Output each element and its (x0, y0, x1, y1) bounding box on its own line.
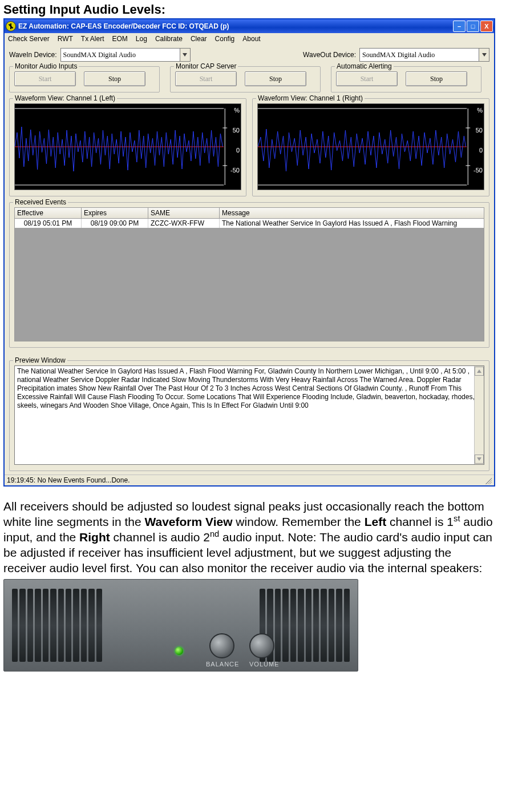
monitor-cap-stop-button[interactable]: Stop (245, 71, 306, 86)
monitor-cap-server-panel: Monitor CAP Server Start Stop (170, 66, 321, 93)
monitor-inputs-start-button[interactable]: Start (14, 71, 76, 86)
col-same[interactable]: SAME (148, 208, 220, 218)
chevron-down-icon (482, 53, 487, 57)
close-icon: X (484, 23, 488, 30)
preview-window-panel: Preview Window The National Weather Serv… (9, 360, 489, 471)
preview-text: The National Weather Service In Gaylord … (17, 367, 475, 409)
cell-expires: 08/19 09:00 PM (82, 219, 148, 228)
monitor-audio-inputs-legend: Monitor Audio Inputs (13, 62, 79, 70)
chevron-down-icon (183, 53, 187, 57)
menu-config[interactable]: Config (215, 35, 235, 43)
monitor-cap-server-legend: Monitor CAP Server (174, 62, 238, 70)
monitor-cap-start-button[interactable]: Start (175, 71, 237, 86)
waveout-dropdown-button[interactable] (479, 48, 489, 62)
waveform-left-panel: Waveform View: Channel 1 (Left) (9, 98, 246, 196)
status-text: 19:19:45: No New Events Found...Done. (7, 476, 129, 484)
waveform-left-display: % 50 0 -50 (14, 103, 241, 190)
wavein-combo[interactable] (60, 48, 180, 62)
cell-message: The National Weather Service In Gaylord … (220, 219, 484, 228)
titlebar[interactable]: EZ Automation: CAP-EAS Encoder/Decoder F… (5, 19, 494, 33)
wave-scale-pct: % (477, 107, 483, 114)
page-heading: Setting Input Audio Levels: (3, 2, 511, 17)
wave-scale-p50: 50 (476, 127, 483, 134)
waveform-right-panel: Waveform View: Channel 1 (Right) (252, 98, 489, 196)
wavein-dropdown-button[interactable] (180, 48, 191, 62)
close-button[interactable]: X (480, 21, 493, 32)
menubar: Check Server RWT Tx Alert EOM Log Calibr… (5, 33, 494, 45)
svg-marker-14 (477, 369, 481, 373)
preview-textarea[interactable]: The National Weather Service In Gaylord … (14, 365, 484, 465)
statusbar: 19:19:45: No New Events Found...Done. (5, 475, 494, 485)
power-led-icon (175, 647, 183, 655)
speaker-hardware-image: BALANCE VOLUME (3, 579, 358, 672)
instruction-paragraph: All receivers should be adjusted so loud… (3, 499, 494, 576)
menu-clear[interactable]: Clear (191, 35, 207, 43)
automatic-alerting-legend: Automatic Alerting (335, 62, 394, 70)
menu-about[interactable]: About (242, 35, 260, 43)
received-events-body[interactable]: 08/19 05:01 PM 08/19 09:00 PM ZCZC-WXR-F… (14, 219, 484, 341)
col-effective[interactable]: Effective (15, 208, 82, 218)
scroll-down-button[interactable] (475, 455, 484, 464)
app-icon (6, 21, 16, 31)
resize-grip[interactable] (484, 476, 492, 484)
waveout-combo[interactable] (359, 48, 479, 62)
received-events-header: Effective Expires SAME Message (14, 207, 484, 219)
monitor-inputs-stop-button[interactable]: Stop (84, 71, 145, 86)
waveform-right-display: % 50 0 -50 (257, 103, 484, 190)
cell-same: ZCZC-WXR-FFW (148, 219, 220, 228)
preview-window-legend: Preview Window (13, 356, 67, 364)
volume-label: VOLUME (249, 661, 279, 668)
svg-marker-0 (183, 53, 187, 57)
auto-alert-stop-button[interactable]: Stop (406, 71, 467, 86)
auto-alert-start-button[interactable]: Start (336, 71, 398, 86)
maximize-icon: □ (471, 23, 475, 30)
window-title: EZ Automation: CAP-EAS Encoder/Decoder F… (18, 22, 453, 30)
wave-scale-pct: % (234, 107, 240, 114)
preview-scrollbar[interactable] (474, 366, 484, 464)
received-events-panel: Received Events Effective Expires SAME M… (9, 202, 489, 348)
svg-marker-15 (477, 457, 481, 461)
balance-label: BALANCE (206, 661, 239, 668)
menu-eom[interactable]: EOM (112, 35, 128, 43)
balance-knob (209, 633, 234, 658)
received-events-legend: Received Events (13, 198, 68, 206)
menu-log[interactable]: Log (136, 35, 147, 43)
menu-calibrate[interactable]: Calibrate (155, 35, 183, 43)
left-speaker-grille (12, 589, 102, 662)
wave-scale-m50: -50 (473, 167, 483, 174)
minimize-button[interactable]: – (453, 21, 466, 32)
col-message[interactable]: Message (220, 208, 484, 218)
maximize-button[interactable]: □ (467, 21, 479, 32)
scroll-up-button[interactable] (475, 367, 484, 376)
wave-scale-zero: 0 (479, 147, 483, 154)
automatic-alerting-panel: Automatic Alerting Start Stop (331, 66, 481, 93)
waveout-label: WaveOut Device: (303, 51, 356, 59)
wave-scale-m50: -50 (230, 167, 240, 174)
wave-scale-zero: 0 (236, 147, 240, 154)
waveform-left-legend: Waveform View: Channel 1 (Left) (13, 94, 117, 102)
monitor-audio-inputs-panel: Monitor Audio Inputs Start Stop (9, 66, 160, 93)
svg-marker-1 (482, 53, 487, 57)
menu-rwt[interactable]: RWT (58, 35, 73, 43)
waveform-right-legend: Waveform View: Channel 1 (Right) (256, 94, 365, 102)
col-expires[interactable]: Expires (82, 208, 148, 218)
menu-check-server[interactable]: Check Server (8, 35, 50, 43)
cell-effective: 08/19 05:01 PM (15, 219, 82, 228)
table-row[interactable]: 08/19 05:01 PM 08/19 09:00 PM ZCZC-WXR-F… (15, 219, 484, 228)
wavein-label: WaveIn Device: (9, 51, 57, 59)
menu-tx-alert[interactable]: Tx Alert (81, 35, 104, 43)
wave-scale-p50: 50 (233, 127, 240, 134)
chevron-down-icon (477, 457, 481, 461)
chevron-up-icon (477, 369, 481, 373)
minimize-icon: – (458, 23, 461, 30)
app-window: EZ Automation: CAP-EAS Encoder/Decoder F… (3, 18, 495, 487)
